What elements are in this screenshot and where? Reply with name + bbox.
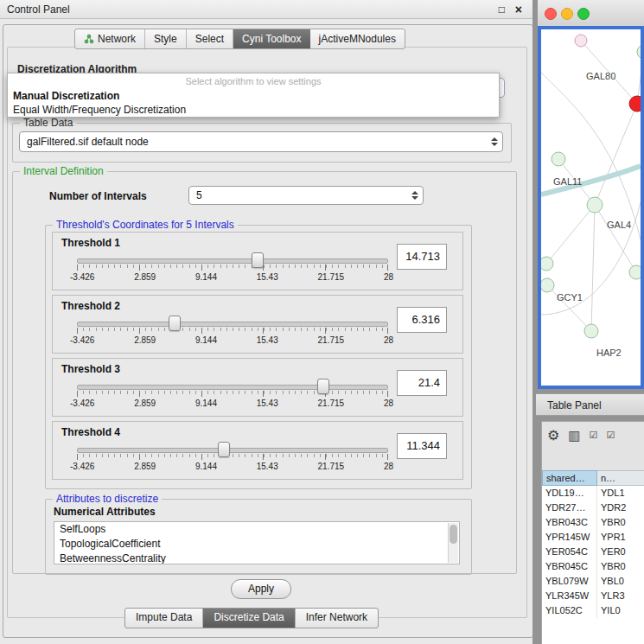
close-traffic-icon[interactable] [545, 8, 557, 20]
node[interactable] [584, 324, 598, 338]
apply-button[interactable]: Apply [231, 579, 291, 599]
cell[interactable]: YER054C [542, 545, 597, 559]
table-row[interactable]: YDR27…YDR2 [542, 501, 644, 515]
table-row[interactable]: YDL19…YDL1 [542, 486, 644, 501]
slider-handle[interactable] [317, 379, 329, 394]
cell[interactable]: YLR3 [597, 589, 644, 603]
slider-handle[interactable] [169, 316, 181, 331]
dropdown-option-equal-width-frequency[interactable]: Equal Width/Frequency Discretization [8, 103, 499, 117]
threshold-4-value[interactable]: 11.344 [397, 433, 447, 459]
table-data-combo[interactable]: galFiltered.sif default node [19, 131, 503, 152]
cell[interactable]: YBR0 [597, 515, 644, 530]
cell[interactable]: YBL079W [542, 574, 597, 589]
node[interactable] [575, 35, 587, 47]
cell[interactable]: YPR145W [542, 530, 597, 545]
dropdown-option-manual-discretization[interactable]: Manual Discretization [8, 89, 499, 103]
scrollbar-thumb[interactable] [450, 525, 457, 544]
slider-handle[interactable] [252, 252, 264, 268]
column-header-name[interactable]: n… [597, 470, 644, 486]
column-header-shared-name[interactable]: shared… [542, 470, 597, 486]
tab-jactivemnodules[interactable]: jActiveMNodules [310, 29, 405, 48]
tick-label: 15.43 [257, 335, 278, 345]
tick-label: 2.859 [134, 272, 156, 282]
number-of-intervals-combo[interactable]: 5 [188, 186, 424, 205]
attributes-list[interactable]: SelfLoops TopologicalCoefficient Between… [54, 521, 460, 564]
tab-cyni-toolbox[interactable]: Cyni Toolbox [233, 29, 309, 48]
tick-label: 9.144 [195, 399, 217, 408]
tick-label: 15.43 [257, 272, 278, 282]
table-row[interactable]: YPR145WYPR1 [542, 530, 644, 545]
cell[interactable]: YBR0 [597, 559, 644, 574]
tab-style-label: Style [154, 29, 177, 48]
list-scrollbar[interactable] [448, 523, 458, 563]
combo-stepper-icon[interactable] [488, 135, 500, 149]
minimize-traffic-icon[interactable] [561, 8, 573, 20]
cell[interactable]: YBR045C [542, 559, 597, 574]
cell[interactable]: YIL052C [542, 603, 597, 618]
zoom-traffic-icon[interactable] [577, 8, 590, 20]
cell[interactable]: YBR043C [542, 515, 597, 530]
selected-node[interactable] [629, 96, 641, 112]
table-row[interactable]: YIL052CYIL0 [542, 603, 644, 618]
threshold-3-slider[interactable]: -3.4262.8599.14415.4321.71528 [77, 378, 388, 411]
columns-icon[interactable]: ▥ [568, 428, 580, 443]
node[interactable] [552, 152, 565, 166]
tab-network[interactable]: Network [75, 29, 145, 48]
tab-discretize-data[interactable]: Discretize Data [203, 609, 295, 628]
threshold-2-value[interactable]: 6.316 [397, 307, 447, 333]
tick-label: -3.426 [70, 462, 94, 471]
node-label: GAL4 [607, 220, 631, 230]
network-icon [84, 34, 94, 44]
cell[interactable]: YIL0 [597, 603, 644, 618]
cell[interactable]: YLR345W [542, 589, 597, 603]
select-none-checkbox-icon[interactable]: ☑ [606, 430, 615, 441]
slider-handle[interactable] [218, 442, 230, 457]
table-row[interactable]: YBR043CYBR0 [542, 515, 644, 530]
select-all-checkbox-icon[interactable]: ☑ [590, 430, 598, 441]
table-row[interactable]: YER054CYER0 [542, 545, 644, 559]
threshold-2-slider[interactable]: -3.4262.8599.14415.4321.71528 [77, 315, 388, 348]
cell[interactable]: YDR27… [542, 501, 597, 515]
threshold-1-value[interactable]: 14.713 [397, 244, 447, 270]
spinner-icon[interactable] [409, 189, 420, 201]
close-icon[interactable]: × [515, 0, 522, 19]
tab-style[interactable]: Style [145, 29, 187, 48]
table-row[interactable]: YBR045CYBR0 [542, 559, 644, 574]
slider-track[interactable] [77, 258, 388, 264]
list-item[interactable]: BetweennessCentrality [54, 552, 459, 564]
node[interactable] [637, 45, 641, 59]
tick-label: 2.859 [134, 462, 156, 471]
node[interactable] [629, 265, 641, 279]
tab-select[interactable]: Select [187, 29, 233, 48]
slider-track[interactable] [77, 385, 388, 390]
tick-label: 15.43 [257, 399, 278, 408]
network-window-titlebar[interactable] [538, 0, 644, 27]
cell[interactable]: YDL1 [597, 486, 644, 501]
cell[interactable]: YPR1 [597, 530, 644, 545]
list-item[interactable]: SelfLoops [54, 522, 459, 537]
cell[interactable]: YBL0 [597, 574, 644, 589]
slider-track[interactable] [77, 322, 388, 327]
threshold-1-slider[interactable]: -3.4262.8599.14415.4321.71528 [77, 252, 388, 284]
tab-infer-network[interactable]: Infer Network [296, 609, 378, 628]
node[interactable] [587, 197, 603, 213]
cell[interactable]: YER0 [597, 545, 644, 559]
minimize-icon[interactable]: □ [499, 0, 505, 19]
threshold-3-value[interactable]: 21.4 [397, 370, 447, 396]
tab-impute-data[interactable]: Impute Data [125, 609, 203, 628]
table-row[interactable]: YLR345WYLR3 [542, 589, 644, 603]
list-item[interactable]: TopologicalCoefficient [54, 537, 459, 552]
node[interactable] [541, 257, 553, 271]
cell[interactable]: YDR2 [597, 501, 644, 515]
cell[interactable]: YDL19… [542, 486, 597, 501]
node[interactable] [541, 278, 554, 292]
threshold-3-label: Threshold 3 [61, 363, 120, 375]
network-canvas[interactable]: GAL80 GAL11 GAL4 GCY1 HAP2 [538, 26, 644, 389]
table-row[interactable]: YBL079WYBL0 [542, 574, 644, 589]
table-panel-bar[interactable]: Table Panel [536, 393, 644, 416]
tick-label: 9.144 [195, 462, 217, 471]
threshold-4-slider[interactable]: -3.4262.8599.14415.4321.71528 [77, 441, 388, 474]
slider-track[interactable] [77, 448, 388, 453]
gear-icon[interactable]: ⚙ [547, 427, 559, 443]
dropdown-placeholder: Select algorithm to view settings [8, 73, 499, 89]
